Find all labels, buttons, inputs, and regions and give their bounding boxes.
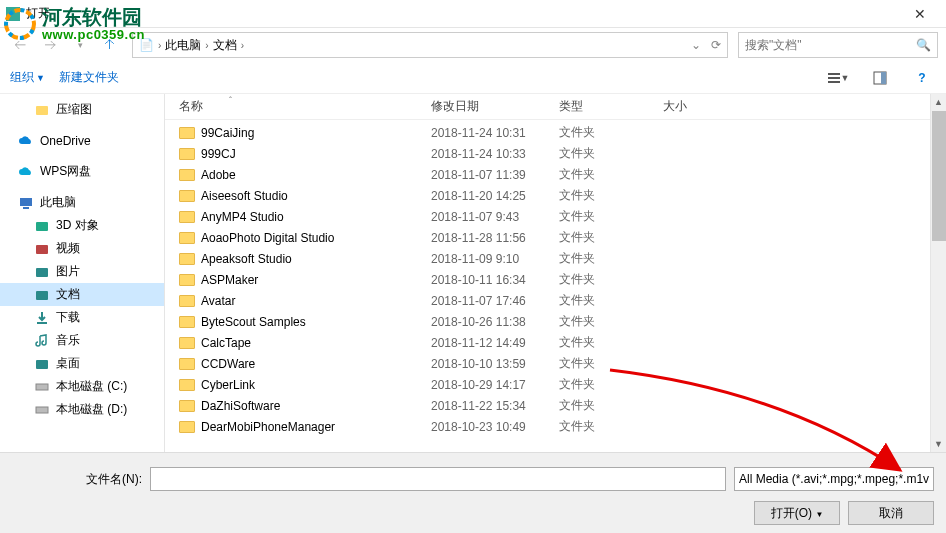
breadcrumb-dropdown-icon[interactable]: ⌄: [691, 38, 701, 52]
vertical-scrollbar[interactable]: ▲ ▼: [930, 94, 946, 452]
new-folder-button[interactable]: 新建文件夹: [59, 69, 119, 86]
3d-icon: [34, 218, 50, 234]
sidebar-item-downloads[interactable]: 下载: [0, 306, 164, 329]
open-button[interactable]: 打开(O) ▼: [754, 501, 840, 525]
svg-rect-9: [20, 198, 32, 206]
column-name[interactable]: 名称ˆ: [179, 98, 431, 115]
folder-icon: [179, 232, 195, 244]
sidebar-item-drive[interactable]: 本地磁盘 (C:): [0, 375, 164, 398]
window-title: 打开: [26, 5, 900, 22]
desktop-icon: [34, 356, 50, 372]
back-button[interactable]: 🡠: [8, 33, 32, 57]
table-row[interactable]: CyberLink2018-10-29 14:17文件夹: [179, 374, 946, 395]
breadcrumb[interactable]: 📄 › 此电脑 › 文档 › ⌄⟳: [132, 32, 728, 58]
sidebar-item-video[interactable]: 视频: [0, 237, 164, 260]
chevron-down-icon: ▼: [36, 73, 45, 83]
sidebar-item-pc[interactable]: 此电脑: [0, 191, 164, 214]
organize-button[interactable]: 组织 ▼: [10, 69, 45, 86]
table-row[interactable]: 999CJ2018-11-24 10:33文件夹: [179, 143, 946, 164]
file-date: 2018-11-09 9:10: [431, 252, 559, 266]
file-type: 文件夹: [559, 187, 663, 204]
file-type: 文件夹: [559, 124, 663, 141]
table-row[interactable]: Avatar2018-11-07 17:46文件夹: [179, 290, 946, 311]
file-type: 文件夹: [559, 418, 663, 435]
sidebar-item-label: 本地磁盘 (C:): [56, 378, 127, 395]
file-name: Apeaksoft Studio: [201, 252, 292, 266]
file-name: AoaoPhoto Digital Studio: [201, 231, 334, 245]
scrollbar-thumb[interactable]: [932, 111, 946, 241]
svg-rect-14: [36, 291, 48, 300]
sidebar-item-label: OneDrive: [40, 134, 91, 148]
filename-input[interactable]: [150, 467, 726, 491]
file-type: 文件夹: [559, 355, 663, 372]
search-input[interactable]: [745, 38, 916, 52]
filetype-filter[interactable]: All Media (*.avi;*.mpg;*.mpeg;*.m1v: [734, 467, 934, 491]
recent-dropdown[interactable]: ▾: [68, 33, 92, 57]
file-name: Avatar: [201, 294, 235, 308]
scroll-down-icon[interactable]: ▼: [931, 436, 946, 452]
chevron-right-icon: ›: [205, 40, 208, 51]
up-button[interactable]: 🡡: [98, 33, 122, 57]
folder-icon: [34, 102, 50, 118]
file-type: 文件夹: [559, 334, 663, 351]
folder-icon: [179, 148, 195, 160]
file-date: 2018-11-12 14:49: [431, 336, 559, 350]
onedrive-icon: [18, 133, 34, 149]
sidebar-item-folder[interactable]: 压缩图: [0, 98, 164, 121]
table-row[interactable]: AnyMP4 Studio2018-11-07 9:43文件夹: [179, 206, 946, 227]
svg-rect-16: [36, 384, 48, 390]
table-row[interactable]: Adobe2018-11-07 11:39文件夹: [179, 164, 946, 185]
file-name: 999CJ: [201, 147, 236, 161]
music-icon: [34, 333, 50, 349]
file-date: 2018-11-22 15:34: [431, 399, 559, 413]
sidebar-item-desktop[interactable]: 桌面: [0, 352, 164, 375]
table-row[interactable]: AoaoPhoto Digital Studio2018-11-28 11:56…: [179, 227, 946, 248]
search-icon[interactable]: 🔍: [916, 38, 931, 52]
table-row[interactable]: DearMobiPhoneManager2018-10-23 10:49文件夹: [179, 416, 946, 437]
breadcrumb-item[interactable]: 此电脑: [165, 37, 201, 54]
scroll-up-icon[interactable]: ▲: [931, 94, 946, 110]
help-button[interactable]: ?: [908, 67, 936, 89]
folder-icon: [179, 358, 195, 370]
table-row[interactable]: ASPMaker2018-10-11 16:34文件夹: [179, 269, 946, 290]
breadcrumb-item[interactable]: 文档: [213, 37, 237, 54]
column-size[interactable]: 大小: [663, 98, 743, 115]
column-date[interactable]: 修改日期: [431, 98, 559, 115]
svg-rect-12: [36, 245, 48, 254]
table-row[interactable]: Apeaksoft Studio2018-11-09 9:10文件夹: [179, 248, 946, 269]
folder-icon: [179, 421, 195, 433]
sidebar-item-label: 3D 对象: [56, 217, 99, 234]
search-box[interactable]: 🔍: [738, 32, 938, 58]
sidebar-item-onedrive[interactable]: OneDrive: [0, 129, 164, 152]
sidebar-item-label: 文档: [56, 286, 80, 303]
table-row[interactable]: 99CaiJing2018-11-24 10:31文件夹: [179, 122, 946, 143]
folder-icon: [179, 274, 195, 286]
sidebar-item-music[interactable]: 音乐: [0, 329, 164, 352]
table-row[interactable]: DaZhiSoftware2018-11-22 15:34文件夹: [179, 395, 946, 416]
file-type: 文件夹: [559, 229, 663, 246]
table-row[interactable]: Aiseesoft Studio2018-11-20 14:25文件夹: [179, 185, 946, 206]
sidebar-item-wps[interactable]: WPS网盘: [0, 160, 164, 183]
table-row[interactable]: CCDWare2018-10-10 13:59文件夹: [179, 353, 946, 374]
column-type[interactable]: 类型: [559, 98, 663, 115]
file-date: 2018-10-26 11:38: [431, 315, 559, 329]
file-type: 文件夹: [559, 208, 663, 225]
close-icon[interactable]: ✕: [900, 6, 940, 22]
preview-pane-button[interactable]: [866, 67, 894, 89]
table-row[interactable]: ByteScout Samples2018-10-26 11:38文件夹: [179, 311, 946, 332]
svg-rect-7: [881, 72, 886, 84]
cancel-button[interactable]: 取消: [848, 501, 934, 525]
view-mode-button[interactable]: ▼: [824, 67, 852, 89]
folder-icon: [179, 400, 195, 412]
svg-rect-4: [828, 77, 840, 79]
file-name: AnyMP4 Studio: [201, 210, 284, 224]
table-row[interactable]: CalcTape2018-11-12 14:49文件夹: [179, 332, 946, 353]
sidebar-item-3d[interactable]: 3D 对象: [0, 214, 164, 237]
file-type: 文件夹: [559, 313, 663, 330]
pictures-icon: [34, 264, 50, 280]
refresh-icon[interactable]: ⟳: [711, 38, 721, 52]
sidebar-item-drive[interactable]: 本地磁盘 (D:): [0, 398, 164, 421]
file-name: Adobe: [201, 168, 236, 182]
sidebar-item-pictures[interactable]: 图片: [0, 260, 164, 283]
sidebar-item-documents[interactable]: 文档: [0, 283, 164, 306]
